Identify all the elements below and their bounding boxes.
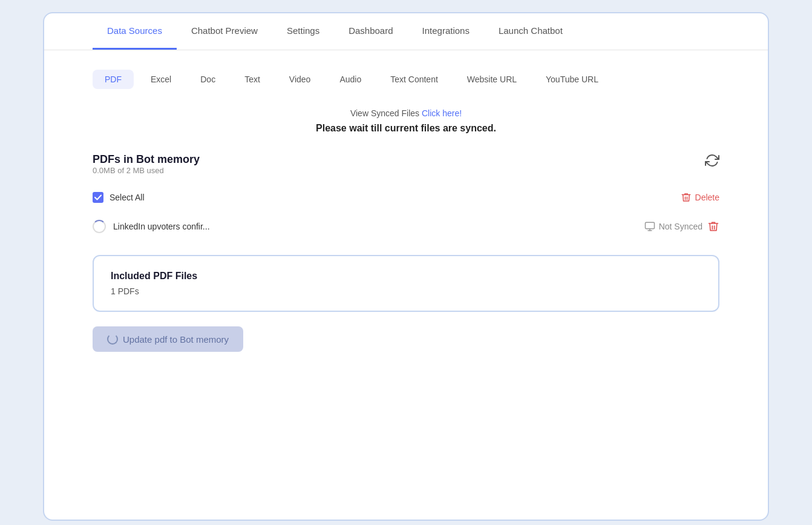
file-item-right: Not Synced bbox=[644, 220, 719, 233]
file-type-video[interactable]: Video bbox=[277, 70, 323, 89]
select-all-checkbox[interactable] bbox=[93, 192, 103, 203]
sync-status-icon bbox=[644, 221, 655, 232]
trash-icon bbox=[681, 192, 692, 203]
file-delete-icon[interactable] bbox=[707, 220, 719, 233]
wait-message: Please wait till current files are synce… bbox=[93, 123, 719, 134]
memory-title: PDFs in Bot memory bbox=[93, 153, 200, 166]
file-type-youtube-url[interactable]: YouTube URL bbox=[534, 70, 611, 89]
loading-spinner-icon bbox=[93, 220, 106, 233]
tab-launch-chatbot[interactable]: Launch Chatbot bbox=[484, 13, 577, 50]
select-all-label: Select All bbox=[110, 193, 145, 202]
delete-label: Delete bbox=[695, 193, 719, 202]
svg-rect-0 bbox=[645, 222, 654, 229]
file-name: LinkedIn upvoters confir... bbox=[113, 222, 210, 231]
included-pdf-count: 1 PDFs bbox=[111, 286, 701, 296]
file-type-excel[interactable]: Excel bbox=[139, 70, 183, 89]
included-pdf-title: Included PDF Files bbox=[111, 271, 701, 282]
tab-integrations[interactable]: Integrations bbox=[408, 13, 484, 50]
file-type-audio[interactable]: Audio bbox=[327, 70, 373, 89]
refresh-icon[interactable] bbox=[705, 153, 719, 168]
main-container: Data Sources Chatbot Preview Settings Da… bbox=[43, 12, 769, 521]
select-all-left: Select All bbox=[93, 192, 145, 203]
content-area: PDF Excel Doc Text Video Audio Text Cont… bbox=[44, 70, 768, 352]
file-item-row: LinkedIn upvoters confir... Not Synced bbox=[93, 213, 719, 240]
memory-usage: 0.0MB of 2 MB used bbox=[93, 166, 200, 175]
nav-tabs: Data Sources Chatbot Preview Settings Da… bbox=[44, 13, 768, 50]
delete-button[interactable]: Delete bbox=[681, 192, 719, 203]
not-synced-badge: Not Synced bbox=[644, 221, 702, 232]
view-synced-text: View Synced Files Click here! bbox=[93, 108, 719, 118]
file-type-website-url[interactable]: Website URL bbox=[455, 70, 529, 89]
tab-chatbot-preview[interactable]: Chatbot Preview bbox=[177, 13, 272, 50]
tab-settings[interactable]: Settings bbox=[272, 13, 334, 50]
file-type-pdf[interactable]: PDF bbox=[93, 70, 134, 89]
file-type-doc[interactable]: Doc bbox=[188, 70, 228, 89]
file-type-text-content[interactable]: Text Content bbox=[378, 70, 450, 89]
file-type-text[interactable]: Text bbox=[232, 70, 272, 89]
tab-dashboard[interactable]: Dashboard bbox=[334, 13, 407, 50]
memory-header: PDFs in Bot memory 0.0MB of 2 MB used bbox=[93, 153, 719, 190]
tab-data-sources[interactable]: Data Sources bbox=[93, 13, 177, 50]
synced-notice: View Synced Files Click here! Please wai… bbox=[93, 108, 719, 134]
file-item-left: LinkedIn upvoters confir... bbox=[93, 220, 210, 233]
update-spinner-icon bbox=[107, 334, 118, 345]
select-all-row: Select All Delete bbox=[93, 192, 719, 203]
memory-title-group: PDFs in Bot memory 0.0MB of 2 MB used bbox=[93, 153, 200, 190]
file-type-tabs: PDF Excel Doc Text Video Audio Text Cont… bbox=[93, 70, 719, 89]
click-here-link[interactable]: Click here! bbox=[422, 108, 462, 118]
not-synced-label: Not Synced bbox=[659, 222, 702, 231]
update-pdf-button[interactable]: Update pdf to Bot memory bbox=[93, 326, 243, 352]
included-pdf-box: Included PDF Files 1 PDFs bbox=[93, 255, 719, 312]
update-pdf-label: Update pdf to Bot memory bbox=[123, 334, 229, 345]
